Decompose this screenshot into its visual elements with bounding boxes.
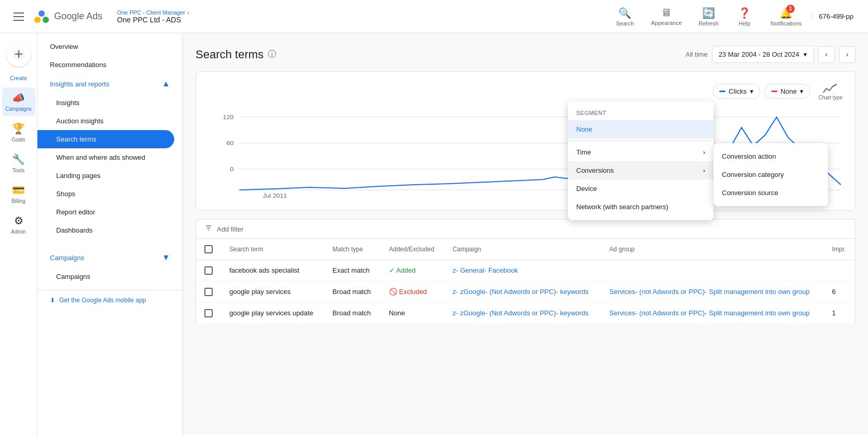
col-ad-group: Ad group: [601, 239, 824, 260]
search-icon: 🔍: [618, 7, 631, 19]
breadcrumb-parent[interactable]: One PPC - Client Manager ›: [117, 9, 189, 16]
goals-nav-label: Goals: [11, 137, 25, 143]
conversion-action-item[interactable]: Conversion action: [714, 147, 828, 165]
sidebar-item-goals[interactable]: 🏆 Goals: [2, 118, 35, 147]
billing-icon: 💳: [12, 184, 25, 196]
date-range-text: 23 Mar 2004 - 28 Oct 2024: [719, 50, 799, 58]
none-segment-pill[interactable]: None ▾: [765, 84, 810, 99]
plus-icon: [12, 48, 25, 60]
nav-auction-insights[interactable]: Auction insights: [37, 112, 183, 130]
row-checkbox[interactable]: [204, 288, 213, 296]
svg-point-1: [43, 17, 49, 23]
table-row: facebook ads specialist Exact match ✓ Ad…: [196, 260, 856, 282]
ad-group-link[interactable]: Services- (not Adwords or PPC)- Split ma…: [610, 309, 810, 317]
icon-sidebar: Create 📣 Campaigns 🏆 Goals 🔧 Tools 💳 Bil…: [0, 33, 37, 435]
refresh-nav-item[interactable]: 🔄 Refresh: [692, 5, 725, 29]
chevron-up-icon: ▲: [162, 79, 170, 88]
row-checkbox[interactable]: [204, 266, 213, 275]
search-terms-table: Search term Match type Added/Excluded Ca…: [196, 239, 856, 324]
match-type-cell: Exact match: [324, 260, 380, 282]
row-checkbox[interactable]: [204, 309, 213, 317]
appearance-icon: 🖥: [661, 7, 671, 19]
clicks-segment-pill[interactable]: Clicks ▾: [712, 84, 760, 99]
nav-campaigns[interactable]: Campaigns: [37, 267, 183, 286]
add-filter-button[interactable]: Add filter: [217, 225, 243, 233]
appearance-nav-item[interactable]: 🖥 Appearance: [645, 5, 688, 28]
search-nav-item[interactable]: 🔍 Search: [610, 5, 641, 29]
dropdown-item-network[interactable]: Network (with search partners): [568, 198, 714, 216]
svg-text:Jul 2011: Jul 2011: [263, 193, 287, 199]
impressions-cell: [824, 260, 856, 282]
conversion-source-item[interactable]: Conversion source: [714, 184, 828, 202]
breadcrumb-current: One PPC Ltd - ADS: [117, 16, 189, 24]
nav-sidebar: Overview Recommendations Insights and re…: [37, 33, 183, 435]
tools-nav-label: Tools: [12, 168, 24, 173]
page-header: Search terms ⓘ All time 23 Mar 2004 - 28…: [196, 46, 856, 63]
page-title-row: Search terms ⓘ: [196, 48, 276, 61]
dropdown-item-conversions[interactable]: Conversions ›: [568, 161, 714, 180]
nav-dashboards[interactable]: Dashboards: [37, 221, 183, 239]
top-navigation: Google Ads One PPC - Client Manager › On…: [0, 0, 868, 33]
submenu-arrow-icon: ›: [703, 167, 705, 174]
svg-point-0: [34, 17, 41, 23]
chart-controls: Clicks ▾ None ▾ Chart type: [204, 80, 847, 103]
nav-shops[interactable]: Shops: [37, 185, 183, 203]
segment-dropdown: Segment None Time › Conversions › Device…: [568, 101, 714, 220]
date-range-picker[interactable]: 23 Mar 2004 - 28 Oct 2024 ▾: [712, 46, 814, 63]
table-row: google play services update Broad match …: [196, 303, 856, 324]
mobile-app-link[interactable]: ⬇ Get the Google Ads mobile app: [37, 290, 183, 310]
match-type-cell: Broad match: [324, 303, 380, 324]
nav-insights[interactable]: Insights: [37, 94, 183, 112]
notifications-nav-item[interactable]: 🔔 1 Notifications: [765, 5, 808, 29]
select-all-checkbox[interactable]: [204, 245, 213, 253]
col-match-type: Match type: [324, 239, 380, 260]
conversion-category-item[interactable]: Conversion category: [714, 165, 828, 184]
col-impressions: Impr.: [824, 239, 856, 260]
campaign-link[interactable]: z- zGoogle- (Not Adwords or PPC)- keywor…: [452, 288, 589, 296]
nav-landing-pages[interactable]: Landing pages: [37, 167, 183, 185]
dropdown-item-time[interactable]: Time ›: [568, 143, 714, 161]
hamburger-menu[interactable]: [8, 6, 29, 27]
date-back-button[interactable]: ‹: [818, 46, 835, 63]
help-nav-item[interactable]: ❓ Help: [729, 5, 760, 29]
campaign-link[interactable]: z- General- Facebook: [452, 266, 518, 274]
sidebar-item-billing[interactable]: 💳 Billing: [2, 180, 35, 208]
status-added: ✓ Added: [389, 266, 436, 274]
create-label: Create: [10, 75, 27, 81]
nav-insights-reports[interactable]: Insights and reports ▲: [37, 74, 183, 94]
nav-overview[interactable]: Overview: [37, 37, 183, 56]
svg-text:60: 60: [226, 140, 234, 146]
nav-campaigns-section[interactable]: Campaigns ▼: [37, 248, 183, 267]
chart-type-button[interactable]: Chart type: [814, 80, 847, 103]
campaigns-icon: 📣: [12, 92, 25, 104]
create-button[interactable]: [6, 42, 31, 67]
svg-point-2: [38, 10, 45, 17]
sidebar-item-tools[interactable]: 🔧 Tools: [2, 149, 35, 177]
main-content: Search terms ⓘ All time 23 Mar 2004 - 28…: [183, 33, 868, 435]
search-label: Search: [616, 20, 634, 27]
dropdown-item-device[interactable]: Device: [568, 180, 714, 198]
col-added-excluded: Added/Excluded: [381, 239, 445, 260]
ad-group-link[interactable]: Services- (not Adwords or PPC)- Split ma…: [610, 288, 810, 296]
status-none: None: [381, 303, 445, 324]
notifications-label: Notifications: [771, 20, 802, 27]
date-forward-button[interactable]: ›: [839, 46, 856, 63]
nav-search-terms[interactable]: Search terms: [37, 130, 174, 148]
page-title: Search terms: [196, 48, 264, 61]
dropdown-divider: [568, 140, 714, 141]
nav-report-editor[interactable]: Report editor: [37, 203, 183, 221]
segment-dropdown-label: Segment: [568, 106, 714, 120]
chevron-down-icon: ▾: [804, 50, 807, 58]
campaigns-nav-label: Campaigns: [5, 106, 32, 112]
campaign-link[interactable]: z- zGoogle- (Not Adwords or PPC)- keywor…: [452, 309, 589, 317]
help-circle-icon[interactable]: ⓘ: [268, 49, 276, 60]
nav-when-where[interactable]: When and where ads showed: [37, 148, 183, 167]
sidebar-item-campaigns[interactable]: 📣 Campaigns: [2, 87, 35, 116]
nav-recommendations[interactable]: Recommendations: [37, 56, 183, 74]
logo-text: Google Ads: [54, 11, 102, 22]
admin-nav-label: Admin: [11, 229, 25, 235]
goals-icon: 🏆: [12, 122, 25, 135]
sidebar-item-admin[interactable]: ⚙ Admin: [2, 210, 35, 239]
none-chevron-icon: ▾: [800, 87, 804, 95]
dropdown-item-none[interactable]: None: [568, 120, 714, 138]
